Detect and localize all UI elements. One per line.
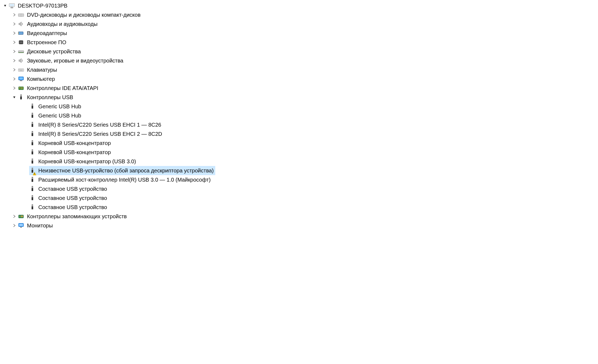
monitor-icon [18,222,24,229]
tree-item-category[interactable]: Контроллеры запоминающих устройств [0,212,598,221]
tree-item-label: Контроллеры USB [27,95,73,100]
usb-icon [29,204,36,210]
expander-placeholder [23,195,29,201]
tree-item-label: Встроенное ПО [27,40,66,45]
tree-item-category[interactable]: DVD-дисководы и дисководы компакт-дисков [0,10,598,19]
tree-item-label: Аудиовходы и аудиовыходы [27,21,98,27]
tree-item-label: Корневой USB-концентратор [38,140,111,146]
usb-icon [29,176,36,183]
tree-item-category[interactable]: Видеоадаптеры [0,29,598,38]
tree-item-label: Составное USB устройство [38,195,107,201]
tree-item-label: Дисковые устройства [27,49,81,54]
tree-item-label: Компьютер [27,76,55,82]
tree-item-label: Контроллеры IDE ATA/ATAPI [27,85,98,91]
tree-item-root[interactable]: DESKTOP-97013PB [0,1,598,10]
tree-item-label: Звуковые, игровые и видеоустройства [27,58,123,63]
expander-placeholder [23,131,29,137]
tree-item-label: Корневой USB-концентратор [38,150,111,155]
expander-placeholder [23,140,29,146]
audio-io-icon [18,21,24,27]
display-adapter-icon [18,30,24,36]
expander-category[interactable] [11,76,17,82]
usb-icon [29,158,36,165]
tree-item-label: Корневой USB-концентратор (USB 3.0) [38,159,136,164]
usb-icon [29,195,36,201]
expander-placeholder [23,186,29,192]
ide-controller-icon [18,85,24,91]
tree-item-device[interactable]: Составное USB устройство [0,193,598,203]
tree-item-label: Расширяемый хост-контроллер Intel(R) USB… [38,177,211,182]
expander-placeholder [23,158,29,164]
usb-icon [29,149,36,155]
expander-placeholder [23,122,29,128]
usb-icon [29,112,36,119]
tree-item-device[interactable]: Intel(R) 8 Series/C220 Series USB EHCI 1… [0,120,598,129]
tree-item-device[interactable]: Корневой USB-концентратор (USB 3.0) [0,157,598,166]
tree-item-category[interactable]: Аудиовходы и аудиовыходы [0,19,598,29]
sound-device-icon [18,57,24,64]
usb-icon [29,131,36,137]
tree-item-device[interactable]: Составное USB устройство [0,203,598,212]
tree-item-label: Intel(R) 8 Series/C220 Series USB EHCI 1… [38,122,161,127]
expander-root[interactable] [2,3,8,9]
tree-item-label: DESKTOP-97013PB [18,3,67,8]
device-tree: DESKTOP-97013PBDVD-дисководы и дисководы… [0,1,598,230]
usb-icon [29,122,36,128]
tree-item-category[interactable]: Клавиатуры [0,65,598,74]
tree-item-label: Составное USB устройство [38,186,107,192]
tree-item-device[interactable]: Составное USB устройство [0,184,598,193]
expander-category[interactable] [11,67,17,73]
disk-drive-icon [18,48,24,55]
firmware-icon [18,39,24,46]
tree-item-device[interactable]: Расширяемый хост-контроллер Intel(R) USB… [0,175,598,184]
tree-item-device[interactable]: Корневой USB-концентратор [0,148,598,157]
usb-icon [18,94,24,100]
expander-placeholder [23,113,29,119]
tree-item-label: Generic USB Hub [38,104,81,109]
expander-category[interactable] [11,58,17,64]
usb-icon [29,103,36,110]
keyboard-icon [18,67,24,73]
tree-item-category[interactable]: Встроенное ПО [0,38,598,47]
usb-icon [29,186,36,192]
tree-item-label: Мониторы [27,223,53,228]
expander-placeholder [23,204,29,210]
tree-item-label: Контроллеры запоминающих устройств [27,214,127,219]
computer-icon [9,2,15,9]
tree-item-label: Неизвестное USB-устройство (сбой запроса… [38,168,214,173]
expander-placeholder [23,103,29,109]
tree-item-label: DVD-дисководы и дисководы компакт-дисков [27,12,141,18]
expander-category[interactable] [11,39,17,45]
usb-icon [29,140,36,146]
tree-item-category[interactable]: Мониторы [0,221,598,230]
tree-item-label: Составное USB устройство [38,204,107,210]
tree-item-device[interactable]: Неизвестное USB-устройство (сбой запроса… [0,166,598,175]
tree-item-category[interactable]: Дисковые устройства [0,47,598,56]
tree-item-device[interactable]: Корневой USB-концентратор [0,138,598,148]
expander-category[interactable] [11,85,17,91]
expander-placeholder [23,177,29,183]
tree-item-category[interactable]: Компьютер [0,74,598,84]
tree-item-category[interactable]: Контроллеры USB [0,93,598,102]
dvd-drive-icon [18,12,24,18]
tree-item-device[interactable]: Generic USB Hub [0,102,598,111]
tree-item-label: Видеоадаптеры [27,30,67,36]
tree-item-category[interactable]: Контроллеры IDE ATA/ATAPI [0,84,598,93]
expander-category[interactable] [11,94,17,100]
storage-controller-icon [18,213,24,220]
expander-category[interactable] [11,21,17,27]
tree-item-label: Клавиатуры [27,67,57,72]
tree-item-device[interactable]: Intel(R) 8 Series/C220 Series USB EHCI 2… [0,129,598,138]
tree-item-device[interactable]: Generic USB Hub [0,111,598,120]
expander-placeholder [23,168,29,174]
expander-category[interactable] [11,223,17,228]
expander-category[interactable] [11,30,17,36]
expander-category[interactable] [11,48,17,54]
expander-category[interactable] [11,213,17,219]
usb-icon [29,167,36,174]
tree-item-category[interactable]: Звуковые, игровые и видеоустройства [0,56,598,65]
tree-item-label: Intel(R) 8 Series/C220 Series USB EHCI 2… [38,131,162,137]
tree-item-label: Generic USB Hub [38,113,81,118]
expander-category[interactable] [11,12,17,18]
expander-placeholder [23,149,29,155]
